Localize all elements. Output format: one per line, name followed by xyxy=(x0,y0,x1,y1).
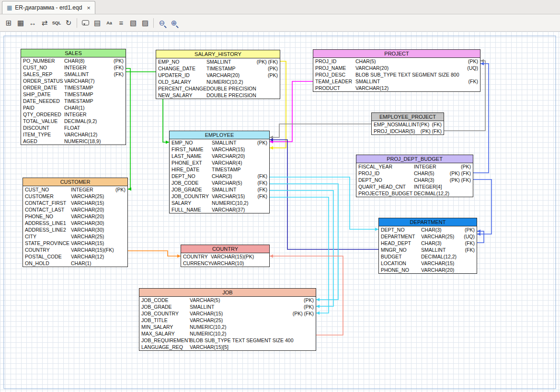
field-flags: (FK) xyxy=(258,193,269,200)
field-name: DATE_NEEDED xyxy=(21,98,64,104)
field-type: TIMESTAMP xyxy=(64,98,124,104)
relationship-employee-job-code[interactable] xyxy=(270,184,338,300)
relationship-arrow-employee-job-country xyxy=(316,312,320,315)
field-row: CUST_NOINTEGER(FK) xyxy=(21,64,126,71)
field-name: PHONE_NO xyxy=(23,213,71,220)
relationship-arrow-employee-job-grade xyxy=(316,305,320,308)
relationship-sales-customer[interactable] xyxy=(126,68,130,189)
field-row: PO_NUMBERCHAR(8)(PK) xyxy=(21,57,126,64)
entity-country[interactable]: COUNTRYCOUNTRYVARCHAR(15)(PK)CURRENCYVAR… xyxy=(181,245,270,267)
field-type: TIMESTAMP xyxy=(206,65,268,72)
entity-title: EMPLOYEE_PROJECT xyxy=(372,113,444,121)
field-name: EMP_NO xyxy=(156,58,206,65)
field-row: COUNTRYVARCHAR(15)(FK) xyxy=(23,246,127,253)
relationship-arrow-job-country xyxy=(270,255,273,258)
field-row: DEPT_NOCHAR(3)(FK) xyxy=(170,173,269,179)
field-type: VARCHAR(15) xyxy=(71,240,126,246)
entity-customer[interactable]: CUSTOMERCUST_NOINTEGER(PK)CUSTOMERVARCHA… xyxy=(23,178,128,267)
field-name: PAID xyxy=(21,104,64,111)
horizontal-arrows-icon[interactable]: ↔ xyxy=(27,17,38,29)
grid-view-icon[interactable]: ▤ xyxy=(91,17,103,29)
field-name: LANGUAGE_REQ xyxy=(139,344,190,350)
field-type: VARCHAR(12) xyxy=(355,85,478,91)
field-name: MNGR_NO xyxy=(379,246,421,253)
field-row: PHONE_EXTVARCHAR(4) xyxy=(170,159,269,166)
swap-arrows-icon[interactable]: ⇄ xyxy=(39,17,50,29)
entity-title: CUSTOMER xyxy=(23,178,127,186)
field-type: VARCHAR(37) xyxy=(212,206,267,213)
entity-salary-history[interactable]: SALARY_HISTORYEMP_NOSMALLINT(PK) (FK)CHA… xyxy=(156,50,280,99)
relationship-employee-project-employee[interactable] xyxy=(270,124,371,137)
field-type: BLOB SUB_TYPE TEXT SEGMENT SIZE 800 xyxy=(355,71,478,78)
tabbar: ▦ ER-диаграмма - erd1.eqd × xyxy=(0,0,560,14)
relationship-customer-country[interactable] xyxy=(128,251,181,256)
entity-employee[interactable]: EMPLOYEEEMP_NOSMALLINT(PK)FIRST_NAMEVARC… xyxy=(169,131,270,213)
field-name: NEW_SALARY xyxy=(156,92,206,99)
field-name: CHANGE_DATE xyxy=(156,65,206,72)
sql-script-icon[interactable]: SQL xyxy=(51,17,62,29)
field-name: JOB_TITLE xyxy=(139,317,190,324)
field-type: CHAR(3) xyxy=(421,240,465,246)
field-row: CUSTOMERVARCHAR(25) xyxy=(23,193,127,200)
field-name: DISCOUNT xyxy=(21,124,64,131)
field-type: DECIMAL(12,2) xyxy=(414,190,471,197)
tab-close-button[interactable]: × xyxy=(87,5,91,11)
field-type: VARCHAR(30) xyxy=(71,226,126,233)
zoom-in-icon[interactable]: ⊕ xyxy=(168,17,180,29)
field-type: VARCHAR(15)(PK) xyxy=(211,253,267,260)
field-row: TOTAL_VALUEDECIMAL(9,2) xyxy=(21,118,126,124)
field-row: JOB_GRADESMALLINT(PK) xyxy=(139,303,316,310)
field-type: CHAR(5) xyxy=(414,170,450,177)
document-tab[interactable]: ▦ ER-диаграмма - erd1.eqd × xyxy=(2,1,95,14)
entity-department[interactable]: DEPARTMENTDEPT_NOCHAR(3)(PK)DEPARTMENTVA… xyxy=(378,218,477,274)
image-icon[interactable]: ▧ xyxy=(127,17,139,29)
field-type: NUMERIC(10,2) xyxy=(206,78,278,85)
field-row: UPDATER_IDVARCHAR(20)(PK) xyxy=(156,72,280,78)
export-image-icon[interactable]: ▨ xyxy=(139,17,151,29)
field-type: CHAR(1) xyxy=(71,260,126,267)
field-type: INTEGER xyxy=(414,163,461,170)
entity-project[interactable]: PROJECTPROJ_IDCHAR(5)(PK)PROJ_NAMEVARCHA… xyxy=(313,49,480,92)
field-row: DEPT_NOCHAR(3)(PK) (FK) xyxy=(356,177,473,183)
field-flags: (PK) (FK) xyxy=(293,310,316,317)
field-name: ADDRESS_LINE1 xyxy=(23,220,71,226)
entity-sales[interactable]: SALESPO_NUMBERCHAR(8)(PK)CUST_NOINTEGER(… xyxy=(21,49,126,145)
entity-employee-project[interactable]: EMPLOYEE_PROJECTEMP_NOSMALLINT(PK)(FK)PR… xyxy=(371,112,444,135)
field-name: UPDATER_ID xyxy=(156,72,206,78)
refresh-icon[interactable]: ↻ xyxy=(63,17,74,29)
field-type: SMALLINT(PK) xyxy=(395,121,432,128)
field-name: CUST_NO xyxy=(23,186,71,193)
field-name: PROJ_DESC xyxy=(313,71,355,78)
field-row: LOCATIONVARCHAR(15) xyxy=(379,260,477,267)
entity-job[interactable]: JOBJOB_CODEVARCHAR(5)(PK)JOB_GRADESMALLI… xyxy=(139,288,316,351)
comment-icon[interactable] xyxy=(80,17,91,29)
field-type: SMALLINT xyxy=(212,139,257,146)
field-flags: (FK) xyxy=(432,121,444,128)
field-type: INTEGER xyxy=(71,186,115,193)
field-type: TIMESTAMP xyxy=(212,166,267,173)
diagram-canvas[interactable]: SALESPO_NUMBERCHAR(8)(PK)CUST_NOINTEGER(… xyxy=(0,32,560,392)
table-list-icon[interactable]: ▦ xyxy=(15,17,26,29)
add-table-icon[interactable]: ⊞ xyxy=(3,17,14,29)
entity-proj-dept-budget[interactable]: PROJ_DEPT_BUDGETFISCAL_YEARINTEGER(PK)PR… xyxy=(356,155,473,197)
field-row: HIRE_DATETIMESTAMP xyxy=(170,166,269,173)
field-type: DECIMAL(12,2) xyxy=(421,253,475,260)
field-type: SMALLINT xyxy=(421,246,465,253)
field-type: VARCHAR(4) xyxy=(212,159,267,166)
zoom-out-icon[interactable]: ⊖ xyxy=(156,17,168,29)
field-row: FULL_NAMEVARCHAR(37) xyxy=(170,206,269,213)
field-row: JOB_CODEVARCHAR(5)(FK) xyxy=(170,179,269,186)
field-type: NUMERIC(10,2) xyxy=(190,324,314,330)
font-icon[interactable]: Aa xyxy=(103,17,115,29)
line-style-icon[interactable]: ≡ xyxy=(115,17,127,29)
field-type: VARCHAR(5) xyxy=(212,179,258,186)
field-row: PROJECTED_BUDGETDECIMAL(12,2) xyxy=(356,190,473,197)
field-type: VARCHAR(15)[5] xyxy=(190,344,314,350)
field-row: DEPT_NOCHAR(3)(PK) xyxy=(379,226,477,233)
field-name: SALARY xyxy=(170,200,212,206)
field-type: VARCHAR(15) xyxy=(212,146,267,153)
field-name: CURRENCY xyxy=(181,260,211,267)
field-name: ADDRESS_LINE2 xyxy=(23,226,71,233)
field-flags: (PK) xyxy=(468,58,480,65)
field-type: DECIMAL(9,2) xyxy=(64,118,124,124)
